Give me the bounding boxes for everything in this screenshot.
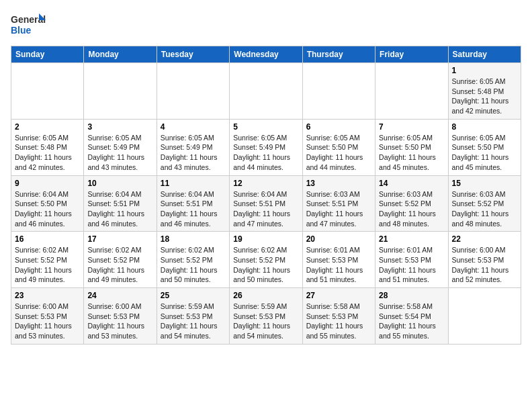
day-cell: 5Sunrise: 6:05 AM Sunset: 5:49 PM Daylig… [230,119,302,175]
day-number: 8 [452,122,517,132]
day-number: 10 [87,179,152,188]
weekday-tuesday: Tuesday [157,46,229,63]
day-cell: 23Sunrise: 6:00 AM Sunset: 5:53 PM Dayli… [11,288,84,345]
day-cell: 26Sunrise: 5:59 AM Sunset: 5:53 PM Dayli… [230,288,302,345]
day-info: Sunrise: 6:02 AM Sunset: 5:52 PM Dayligh… [233,245,298,285]
weekday-saturday: Saturday [448,46,521,63]
day-cell [375,63,448,120]
day-number: 3 [87,122,152,132]
day-info: Sunrise: 6:05 AM Sunset: 5:49 PM Dayligh… [161,133,226,173]
day-cell: 27Sunrise: 5:58 AM Sunset: 5:53 PM Dayli… [302,288,375,345]
day-number: 4 [161,122,226,132]
day-number: 15 [452,179,517,188]
day-cell: 1Sunrise: 6:05 AM Sunset: 5:48 PM Daylig… [448,63,521,120]
weekday-wednesday: Wednesday [230,46,302,63]
day-info: Sunrise: 5:59 AM Sunset: 5:53 PM Dayligh… [233,302,298,341]
week-row-4: 16Sunrise: 6:02 AM Sunset: 5:52 PM Dayli… [11,232,521,288]
logo: General Blue [11,11,46,40]
weekday-monday: Monday [84,46,157,63]
day-number: 5 [233,122,298,132]
day-number: 22 [452,234,517,244]
page-header: General Blue [11,11,521,40]
day-number: 23 [15,291,80,300]
day-cell: 10Sunrise: 6:04 AM Sunset: 5:51 PM Dayli… [84,175,157,232]
day-cell: 25Sunrise: 5:59 AM Sunset: 5:53 PM Dayli… [157,288,229,345]
day-info: Sunrise: 6:03 AM Sunset: 5:52 PM Dayligh… [452,189,517,229]
day-number: 9 [15,179,80,188]
week-row-3: 9Sunrise: 6:04 AM Sunset: 5:50 PM Daylig… [11,175,521,232]
day-info: Sunrise: 6:05 AM Sunset: 5:49 PM Dayligh… [87,133,152,173]
weekday-sunday: Sunday [11,46,84,63]
day-info: Sunrise: 6:04 AM Sunset: 5:51 PM Dayligh… [161,189,226,229]
day-cell [448,288,521,345]
day-cell: 8Sunrise: 6:05 AM Sunset: 5:50 PM Daylig… [448,119,521,175]
day-info: Sunrise: 5:59 AM Sunset: 5:53 PM Dayligh… [161,302,226,341]
day-cell: 20Sunrise: 6:01 AM Sunset: 5:53 PM Dayli… [302,232,375,288]
week-row-5: 23Sunrise: 6:00 AM Sunset: 5:53 PM Dayli… [11,288,521,345]
day-cell: 4Sunrise: 6:05 AM Sunset: 5:49 PM Daylig… [157,119,229,175]
day-cell: 6Sunrise: 6:05 AM Sunset: 5:50 PM Daylig… [302,119,375,175]
calendar: SundayMondayTuesdayWednesdayThursdayFrid… [11,46,521,345]
day-info: Sunrise: 6:02 AM Sunset: 5:52 PM Dayligh… [87,245,152,285]
day-cell [157,63,229,120]
svg-text:Blue: Blue [11,25,32,36]
day-cell [11,63,84,120]
day-info: Sunrise: 6:01 AM Sunset: 5:53 PM Dayligh… [306,245,371,285]
day-cell: 16Sunrise: 6:02 AM Sunset: 5:52 PM Dayli… [11,232,84,288]
day-info: Sunrise: 6:04 AM Sunset: 5:51 PM Dayligh… [233,189,298,229]
day-cell [230,63,302,120]
day-info: Sunrise: 5:58 AM Sunset: 5:54 PM Dayligh… [379,302,444,341]
day-cell: 15Sunrise: 6:03 AM Sunset: 5:52 PM Dayli… [448,175,521,232]
day-cell [302,63,375,120]
day-info: Sunrise: 5:58 AM Sunset: 5:53 PM Dayligh… [306,302,371,341]
day-info: Sunrise: 6:00 AM Sunset: 5:53 PM Dayligh… [15,302,80,341]
day-number: 25 [161,291,226,300]
day-cell: 14Sunrise: 6:03 AM Sunset: 5:52 PM Dayli… [375,175,448,232]
day-info: Sunrise: 6:05 AM Sunset: 5:49 PM Dayligh… [233,133,298,173]
day-number: 7 [379,122,444,132]
day-info: Sunrise: 6:05 AM Sunset: 5:50 PM Dayligh… [379,133,444,173]
day-cell: 28Sunrise: 5:58 AM Sunset: 5:54 PM Dayli… [375,288,448,345]
day-cell: 21Sunrise: 6:01 AM Sunset: 5:53 PM Dayli… [375,232,448,288]
day-cell: 17Sunrise: 6:02 AM Sunset: 5:52 PM Dayli… [84,232,157,288]
day-number: 6 [306,122,371,132]
day-number: 14 [379,179,444,188]
logo-icon: General Blue [11,11,46,40]
day-number: 26 [233,291,298,300]
day-info: Sunrise: 6:03 AM Sunset: 5:52 PM Dayligh… [379,189,444,229]
day-info: Sunrise: 6:04 AM Sunset: 5:51 PM Dayligh… [87,189,152,229]
day-info: Sunrise: 6:00 AM Sunset: 5:53 PM Dayligh… [87,302,152,341]
day-info: Sunrise: 6:01 AM Sunset: 5:53 PM Dayligh… [379,245,444,285]
day-info: Sunrise: 6:00 AM Sunset: 5:53 PM Dayligh… [452,245,517,285]
day-cell: 2Sunrise: 6:05 AM Sunset: 5:48 PM Daylig… [11,119,84,175]
day-number: 12 [233,179,298,188]
week-row-2: 2Sunrise: 6:05 AM Sunset: 5:48 PM Daylig… [11,119,521,175]
day-number: 16 [15,234,80,244]
day-info: Sunrise: 6:04 AM Sunset: 5:50 PM Dayligh… [15,189,80,229]
day-info: Sunrise: 6:05 AM Sunset: 5:48 PM Dayligh… [452,77,517,116]
day-info: Sunrise: 6:02 AM Sunset: 5:52 PM Dayligh… [15,245,80,285]
week-row-1: 1Sunrise: 6:05 AM Sunset: 5:48 PM Daylig… [11,63,521,120]
day-info: Sunrise: 6:02 AM Sunset: 5:52 PM Dayligh… [161,245,226,285]
weekday-header-row: SundayMondayTuesdayWednesdayThursdayFrid… [11,46,521,63]
day-number: 21 [379,234,444,244]
day-number: 2 [15,122,80,132]
day-number: 11 [161,179,226,188]
day-cell: 19Sunrise: 6:02 AM Sunset: 5:52 PM Dayli… [230,232,302,288]
day-info: Sunrise: 6:05 AM Sunset: 5:50 PM Dayligh… [452,133,517,173]
weekday-friday: Friday [375,46,448,63]
day-number: 13 [306,179,371,188]
day-cell: 9Sunrise: 6:04 AM Sunset: 5:50 PM Daylig… [11,175,84,232]
day-info: Sunrise: 6:05 AM Sunset: 5:48 PM Dayligh… [15,133,80,173]
day-cell: 3Sunrise: 6:05 AM Sunset: 5:49 PM Daylig… [84,119,157,175]
day-cell: 18Sunrise: 6:02 AM Sunset: 5:52 PM Dayli… [157,232,229,288]
day-number: 24 [87,291,152,300]
day-cell: 24Sunrise: 6:00 AM Sunset: 5:53 PM Dayli… [84,288,157,345]
day-info: Sunrise: 6:05 AM Sunset: 5:50 PM Dayligh… [306,133,371,173]
day-cell: 22Sunrise: 6:00 AM Sunset: 5:53 PM Dayli… [448,232,521,288]
day-number: 1 [452,66,517,75]
day-number: 19 [233,234,298,244]
day-cell: 7Sunrise: 6:05 AM Sunset: 5:50 PM Daylig… [375,119,448,175]
day-cell: 13Sunrise: 6:03 AM Sunset: 5:51 PM Dayli… [302,175,375,232]
day-number: 27 [306,291,371,300]
